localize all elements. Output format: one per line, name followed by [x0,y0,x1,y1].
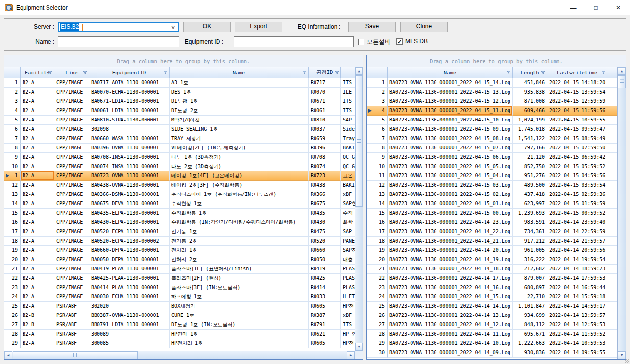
cell-name[interactable]: SIDE SEALING 1호 [170,125,309,134]
cell-length[interactable]: 951,276 [513,171,547,181]
ok-button[interactable]: OK [183,22,231,32]
scroll-down-icon[interactable]: ▼ [618,351,626,359]
cell-extra[interactable]: H-ET [341,292,355,302]
cell-log-name[interactable]: BA0723-OVNA-1130-000001_2022-04-15_05.Lo… [388,162,513,171]
table-row[interactable]: 2 B2-A CPP/IMAGE BA0070-ECHA-1130-000001… [4,88,355,97]
table-row[interactable]: 30 BA0723-OVNA-1130-000001_2022-04-14_09… [367,348,617,358]
cell-lastwritetime[interactable]: 2022-04-14 15:59:18 [547,292,607,302]
table-row[interactable]: 3 B2-A CPP/IMAGE BA0671-LDIA-1130-000001… [4,97,355,106]
cell-name[interactable]: M박리/Q에칭 [170,116,309,125]
cell-name[interactable]: 전처리 1호 [170,246,309,255]
cell-log-name[interactable]: BA0723-OVNA-1130-000001_2022-04-14_16.Lo… [388,283,513,292]
cell-facility[interactable]: B2-A [21,339,54,348]
cell-log-name[interactable]: BA0723-OVNA-1130-000001_2022-04-14_17.Lo… [388,274,513,283]
cell-line[interactable]: CPP/IMAGE [54,78,89,88]
cell-log-name[interactable]: BA0723-OVNA-1130-000001_2022-04-15_07.Lo… [388,144,513,153]
cell-lastwritetime[interactable]: 2022-04-14 11:59:52 [547,330,607,339]
cell-log-name[interactable]: BA0723-OVNA-1130-000001_2022-04-14_13.Lo… [388,311,513,320]
cell-process-id[interactable]: R0723 [309,171,341,181]
table-row[interactable]: 19 B2-A CPP/IMAGE BA0660-DFPA-1130-00000… [4,246,355,255]
column-header-equipment-id[interactable]: EquipmentID [89,67,170,78]
table-row[interactable]: 21 BA0723-OVNA-1130-000001_2022-04-14_18… [367,265,617,274]
cell-process-id[interactable]: R0050 [309,255,341,265]
cell-lastwritetime[interactable]: 2022-04-14 10:59:53 [547,339,607,348]
cell-equipment-id[interactable]: BA0438-OVNA-1130-000001 [89,181,170,190]
column-header-line[interactable]: Line [54,67,89,78]
cell-lastwritetime[interactable]: 2022-04-15 03:59:54 [547,181,607,190]
cell-length[interactable]: 1,745,018 [513,125,547,134]
cell-process-id[interactable]: R0419 [309,265,341,274]
table-row[interactable]: 17 B2-A CPP/IMAGE BA0520-ECPA-1130-00000… [4,227,355,237]
cell-equipment-id[interactable]: BA0430-ELPA-1130-000001 [89,218,170,227]
cell-lastwritetime[interactable]: 2022-04-14 23:59:40 [547,218,607,227]
cell-process-id[interactable]: R0605 [309,339,341,348]
cell-log-name[interactable]: BA0723-OVNA-1130-000001_2022-04-15_00.Lo… [388,209,513,218]
cell-line[interactable]: CPP/IMAGE [54,199,89,209]
filter-icon[interactable] [507,71,511,74]
cell-lastwritetime[interactable]: 2022-04-14 13:59:57 [547,311,607,320]
cell-length[interactable]: 934,699 [513,311,547,320]
table-row[interactable]: 20 B2-A CPP/IMAGE BA0050-DFPA-1130-00000… [4,255,355,265]
cell-facility[interactable]: B2-B [21,311,54,320]
cell-facility[interactable]: B2-A [21,97,54,106]
cell-extra[interactable]: HP전 [341,339,355,348]
cell-line[interactable]: CPP/IMAGE [54,171,89,181]
cell-length[interactable]: 212,682 [513,265,547,274]
cell-log-name[interactable]: BA0723-OVNA-1130-000001_2022-04-15_09.Lo… [388,125,513,134]
cell-facility[interactable]: B2-B [21,320,54,330]
table-row[interactable]: 6 BA0723-OVNA-1130-000001_2022-04-15_09.… [367,125,617,134]
cell-name[interactable]: 전기동 2호 [170,237,309,246]
table-row[interactable]: 2 BA0723-OVNA-1130-000001_2022-04-15_13.… [367,88,617,97]
cell-facility[interactable]: B2-A [21,283,54,292]
cell-name[interactable]: 수직현상 1호 [170,199,309,209]
cell-equipment-id[interactable]: BA0396-OVNA-1130-000001 [89,144,170,153]
cell-name[interactable]: VL베이킹[2F] (IN:두께측정기) [170,144,309,153]
cell-process-id[interactable]: R0061 [309,106,341,116]
cell-process-id[interactable]: R0671 [309,97,341,106]
table-row[interactable]: 22 B2-A CPP/IMAGE BA0425-PLAA-1130-00000… [4,274,355,283]
table-row[interactable]: 14 B2-A CPP/IMAGE BA0675-DEVA-1130-00000… [4,199,355,209]
cell-name[interactable]: 베이킹 2호[3F] (수직화학동) [170,181,309,190]
column-header-extra[interactable] [341,67,355,78]
cell-name[interactable]: 나노 2호 (3D측정기) [170,162,309,171]
cell-extra[interactable]: PLAS [341,283,355,292]
cell-log-name[interactable]: BA0723-OVNA-1130-000001_2022-04-14_21.Lo… [388,237,513,246]
cell-line[interactable]: CPP/IMAGE [54,218,89,227]
cell-extra[interactable]: ITS [341,106,355,116]
table-row[interactable]: 13 BA0723-OVNA-1130-000001_2022-04-15_02… [367,190,617,199]
cell-length[interactable]: 852,750 [513,162,547,171]
cell-line[interactable]: PSR/ABF [54,302,89,311]
cell-length[interactable]: 848,112 [513,320,547,330]
table-row[interactable]: 29 BA0723-OVNA-1130-000001_2022-04-14_10… [367,339,617,348]
close-button-icon[interactable]: ✕ [607,0,630,15]
cell-line[interactable]: CPP/IMAGE [54,274,89,283]
cell-equipment-id[interactable]: BA0520-ECPA-1130-000002 [89,237,170,246]
cell-line[interactable]: CPP/IMAGE [54,144,89,153]
cell-lastwritetime[interactable]: 2022-04-15 13:59:54 [547,88,607,97]
cell-lastwritetime[interactable]: 2022-04-15 10:59:55 [547,116,607,125]
cell-process-id[interactable]: R0675 [309,199,341,209]
table-row[interactable]: 1 B2-A CPP/IMAGE BA0717-AOIA-1130-000001… [4,78,355,88]
column-header-process-id[interactable]: 공정ID [309,67,341,78]
cell-log-name[interactable]: BA0723-OVNA-1130-000001_2022-04-14_15.Lo… [388,292,513,302]
filter-icon[interactable] [335,71,339,74]
horizontal-scrollbar-thumb[interactable] [13,351,138,359]
cell-line[interactable]: PSR/ABF [54,330,89,339]
cell-facility[interactable]: B2-A [21,88,54,97]
cell-line[interactable]: CPP/IMAGE [54,125,89,134]
cell-equipment-id[interactable]: BA0074-INSA-1130-000001 [89,162,170,171]
column-header-facility[interactable]: Facility [21,67,54,78]
cell-lastwritetime[interactable]: 2022-04-15 11:59:56 [547,106,607,116]
cell-name[interactable]: 플라즈마[3F] (IN:오토필러) [170,283,309,292]
cell-log-name[interactable]: BA0723-OVNA-1130-000001_2022-04-15_01.Lo… [388,199,513,209]
cell-name[interactable]: 전처리 2호 [170,255,309,265]
cell-lastwritetime[interactable]: 2022-04-15 12:59:59 [547,97,607,106]
cell-extra[interactable]: SAP현 [341,199,355,209]
cell-extra[interactable]: PLAS [341,265,355,274]
cell-facility[interactable]: B2-A [21,218,54,227]
table-row[interactable]: 21 B2-A CPP/IMAGE BA0419-PLAA-1130-00000… [4,265,355,274]
cell-log-name[interactable]: BA0723-OVNA-1130-000001_2022-04-14_18.Lo… [388,265,513,274]
vertical-scrollbar-thumb[interactable] [355,75,363,207]
cell-log-name[interactable]: BA0723-OVNA-1130-000001_2022-04-15_02.Lo… [388,190,513,199]
cell-process-id[interactable]: R0717 [309,78,341,88]
